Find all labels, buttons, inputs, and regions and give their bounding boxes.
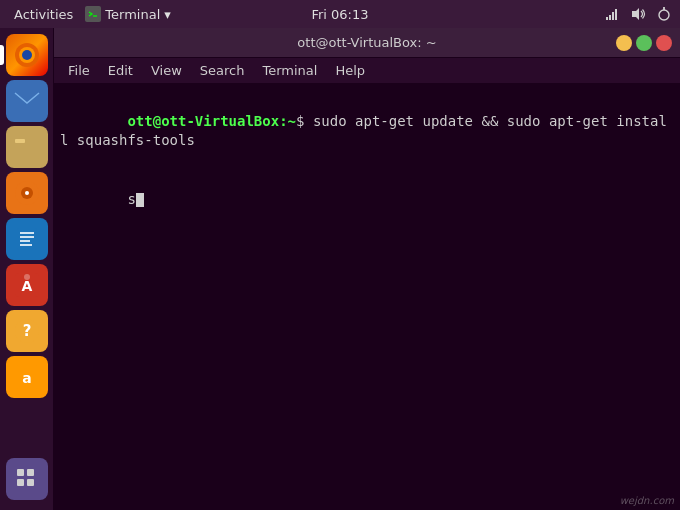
svg-point-11 [22,50,32,60]
menu-edit[interactable]: Edit [100,61,141,80]
main-area: A ? a [0,28,680,510]
volume-icon[interactable] [630,6,646,22]
maximize-button[interactable]: + [636,35,652,51]
svg-text:?: ? [22,322,31,340]
svg-rect-19 [20,232,34,234]
app-indicator[interactable]: Terminal ▾ [79,6,176,22]
svg-rect-33 [27,479,34,486]
menu-file[interactable]: File [60,61,98,80]
system-bar-left: Activities Terminal ▾ [8,6,177,22]
window-controls: – + ✕ [616,35,672,51]
terminal-window: ott@ott-VirtualBox: ~ – + ✕ File Edit Vi… [54,28,680,510]
terminal-app-icon [85,6,101,22]
close-button[interactable]: ✕ [656,35,672,51]
svg-rect-13 [15,141,39,159]
system-tray [604,6,672,22]
app-dropdown-arrow: ▾ [164,7,171,22]
svg-rect-22 [20,244,32,246]
minimize-button[interactable]: – [616,35,632,51]
svg-rect-4 [612,12,614,20]
terminal-second-line: s [60,170,674,229]
svg-rect-2 [606,17,608,20]
launcher-show-apps[interactable] [6,458,48,500]
svg-marker-6 [632,8,639,20]
svg-rect-5 [615,9,617,20]
terminal-wrap-text: s [127,191,135,207]
launcher-software[interactable]: A [6,264,48,306]
terminal-prompt-user: ott@ott-VirtualBox [127,113,279,129]
launcher-files[interactable] [6,126,48,168]
svg-point-25 [24,274,30,280]
svg-rect-21 [20,240,30,242]
menu-search[interactable]: Search [192,61,253,80]
activities-button[interactable]: Activities [8,7,79,22]
terminal-titlebar: ott@ott-VirtualBox: ~ – + ✕ [54,28,680,58]
svg-rect-30 [17,469,24,476]
svg-rect-14 [15,139,25,143]
svg-rect-20 [20,236,34,238]
launcher: A ? a [0,28,54,510]
launcher-help[interactable]: ? [6,310,48,352]
terminal-menubar: File Edit View Search Terminal Help [54,58,680,84]
launcher-libreoffice[interactable] [6,218,48,260]
svg-text:A: A [21,278,32,294]
terminal-body[interactable]: ott@ott-VirtualBox:~$ sudo apt-get updat… [54,84,680,510]
app-name-label: Terminal [105,7,160,22]
launcher-music[interactable] [6,172,48,214]
launcher-firefox[interactable] [6,34,48,76]
menu-terminal[interactable]: Terminal [254,61,325,80]
menu-view[interactable]: View [143,61,190,80]
svg-point-7 [659,10,669,20]
launcher-amazon[interactable]: a [6,356,48,398]
svg-rect-32 [17,479,24,486]
terminal-prompt-separator: : [279,113,287,129]
watermark: wejdn.com [620,495,674,506]
power-icon[interactable] [656,6,672,22]
terminal-prompt-dollar: $ [296,113,313,129]
launcher-mail[interactable] [6,80,48,122]
svg-rect-3 [609,15,611,20]
svg-rect-18 [17,228,37,250]
system-bar: Activities Terminal ▾ Fri 06:13 [0,0,680,28]
svg-point-17 [25,191,29,195]
menu-help[interactable]: Help [327,61,373,80]
terminal-prompt-dir: ~ [288,113,296,129]
system-time: Fri 06:13 [311,7,368,22]
terminal-cursor [136,193,144,207]
svg-text:a: a [22,370,31,386]
terminal-command-line: ott@ott-VirtualBox:~$ sudo apt-get updat… [60,92,674,170]
network-icon[interactable] [604,6,620,22]
terminal-title: ott@ott-VirtualBox: ~ [297,35,436,50]
svg-rect-31 [27,469,34,476]
